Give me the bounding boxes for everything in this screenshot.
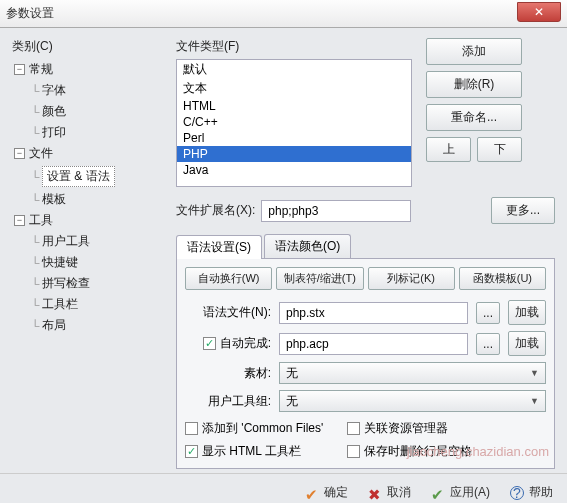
autocomplete-checkbox[interactable]: ✓ — [203, 337, 216, 350]
tab-syntax-settings[interactable]: 语法设置(S) — [176, 235, 262, 259]
syntax-file-label: 语法文件(N): — [185, 304, 271, 321]
tree-node-file[interactable]: −文件 — [14, 143, 162, 164]
list-item[interactable]: HTML — [177, 98, 411, 114]
tree-node-print[interactable]: └打印 — [28, 122, 162, 143]
close-icon: ✕ — [534, 5, 544, 19]
apply-icon: ✔ — [431, 486, 445, 500]
autowrap-button[interactable]: 自动换行(W) — [185, 267, 272, 290]
assoc-explorer-checkbox[interactable]: 关联资源管理器 — [347, 420, 472, 437]
list-item[interactable]: 默认 — [177, 60, 411, 79]
category-tree: −常规 └字体 └颜色 └打印 −文件 └设置 & 语法 └模板 −工具 └用户… — [12, 59, 162, 336]
add-button[interactable]: 添加 — [426, 38, 522, 65]
load-button[interactable]: 加载 — [508, 331, 546, 356]
x-icon: ✖ — [368, 486, 382, 500]
rename-button[interactable]: 重命名... — [426, 104, 522, 131]
list-item-selected[interactable]: PHP — [177, 146, 411, 162]
tree-node-font[interactable]: └字体 — [28, 80, 162, 101]
tabs-indent-button[interactable]: 制表符/缩进(T) — [276, 267, 363, 290]
func-template-button[interactable]: 函数模板(U) — [459, 267, 546, 290]
trim-save-checkbox[interactable]: 保存时删除行尾空格 — [347, 443, 472, 460]
delete-button[interactable]: 删除(R) — [426, 71, 522, 98]
tree-node-user-tools[interactable]: └用户工具 — [28, 231, 162, 252]
material-label: 素材: — [185, 365, 271, 382]
tree-node-spellcheck[interactable]: └拼写检查 — [28, 273, 162, 294]
extension-input[interactable] — [261, 200, 411, 222]
usertool-label: 用户工具组: — [185, 393, 271, 410]
move-down-button[interactable]: 下 — [477, 137, 522, 162]
check-icon: ✔ — [305, 486, 319, 500]
tree-node-toolbar[interactable]: └工具栏 — [28, 294, 162, 315]
tree-node-layout[interactable]: └布局 — [28, 315, 162, 336]
collapse-icon[interactable]: − — [14, 64, 25, 75]
collapse-icon[interactable]: − — [14, 148, 25, 159]
cancel-button[interactable]: ✖取消 — [368, 484, 411, 501]
help-icon: ? — [510, 486, 524, 500]
tree-node-shortcut[interactable]: └快捷键 — [28, 252, 162, 273]
column-mark-button[interactable]: 列标记(K) — [368, 267, 455, 290]
tree-node-color[interactable]: └颜色 — [28, 101, 162, 122]
list-item[interactable]: 文本 — [177, 79, 411, 98]
autocomplete-label: 自动完成: — [220, 335, 271, 352]
material-select[interactable]: 无 ▼ — [279, 362, 546, 384]
browse-button[interactable]: ... — [476, 333, 500, 355]
tabs: 语法设置(S) 语法颜色(O) — [176, 234, 555, 259]
usertool-select[interactable]: 无 ▼ — [279, 390, 546, 412]
chevron-down-icon: ▼ — [530, 396, 539, 406]
autocomplete-input[interactable] — [279, 333, 468, 355]
tree-node-template[interactable]: └模板 — [28, 189, 162, 210]
add-common-checkbox[interactable]: 添加到 'Common Files' — [185, 420, 323, 437]
extension-label: 文件扩展名(X): — [176, 202, 255, 219]
load-button[interactable]: 加载 — [508, 300, 546, 325]
browse-button[interactable]: ... — [476, 302, 500, 324]
apply-button[interactable]: ✔应用(A) — [431, 484, 490, 501]
chevron-down-icon: ▼ — [530, 368, 539, 378]
close-button[interactable]: ✕ — [517, 2, 561, 22]
help-button[interactable]: ?帮助 — [510, 484, 553, 501]
tree-node-tools[interactable]: −工具 — [14, 210, 162, 231]
more-button[interactable]: 更多... — [491, 197, 555, 224]
show-html-checkbox[interactable]: ✓显示 HTML 工具栏 — [185, 443, 323, 460]
titlebar: 参数设置 ✕ — [0, 0, 567, 28]
tree-node-general[interactable]: −常规 — [14, 59, 162, 80]
tab-panel: 自动换行(W) 制表符/缩进(T) 列标记(K) 函数模板(U) 语法文件(N)… — [176, 259, 555, 469]
tab-syntax-color[interactable]: 语法颜色(O) — [264, 234, 351, 258]
category-label: 类别(C) — [12, 38, 162, 55]
filetypes-listbox[interactable]: 默认 文本 HTML C/C++ Perl PHP Java — [176, 59, 412, 187]
list-item[interactable]: Java — [177, 162, 411, 178]
move-up-button[interactable]: 上 — [426, 137, 471, 162]
window-title: 参数设置 — [6, 5, 54, 22]
bottom-bar: ✔确定 ✖取消 ✔应用(A) ?帮助 — [0, 473, 567, 503]
collapse-icon[interactable]: − — [14, 215, 25, 226]
syntax-file-input[interactable] — [279, 302, 468, 324]
ok-button[interactable]: ✔确定 — [305, 484, 348, 501]
list-item[interactable]: Perl — [177, 130, 411, 146]
list-item[interactable]: C/C++ — [177, 114, 411, 130]
tree-node-settings-syntax[interactable]: └设置 & 语法 — [28, 164, 162, 189]
